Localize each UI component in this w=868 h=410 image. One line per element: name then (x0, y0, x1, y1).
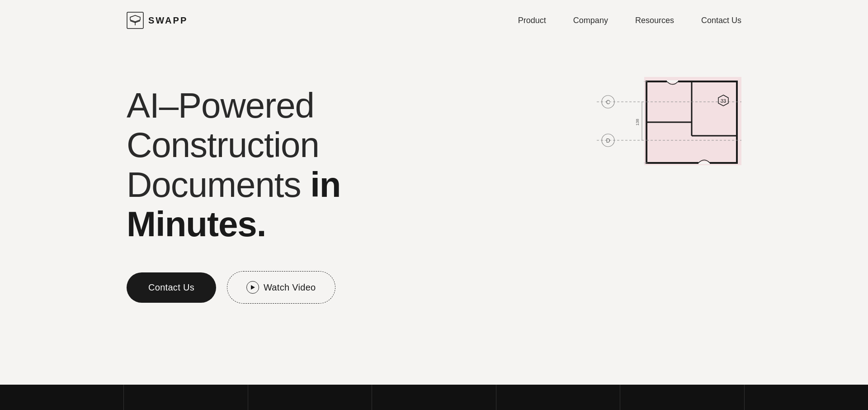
svg-rect-1 (644, 77, 741, 165)
bar-segment-5 (496, 385, 620, 410)
svg-text:C: C (606, 99, 610, 105)
bottom-bar (0, 385, 868, 410)
nav-item-product[interactable]: Product (518, 16, 546, 25)
hero-title: AI–Powered Construction Documents in Min… (127, 86, 479, 244)
svg-text:D: D (606, 138, 610, 144)
nav-item-resources[interactable]: Resources (635, 16, 674, 25)
hero-right: C D 138 33 (597, 77, 741, 174)
navbar: SWAPP Product Company Resources Contact … (0, 0, 868, 41)
watch-video-button[interactable]: Watch Video (227, 271, 335, 304)
bar-segment-7 (745, 385, 868, 410)
bar-segment-1 (0, 385, 124, 410)
logo-icon (127, 12, 144, 29)
hero-title-line1: AI–Powered Construction (127, 86, 319, 165)
play-triangle-icon (251, 285, 255, 290)
svg-rect-0 (127, 12, 143, 29)
svg-text:138: 138 (635, 119, 640, 125)
play-icon (246, 281, 259, 294)
bar-segment-4 (372, 385, 496, 410)
hero-buttons: Contact Us Watch Video (127, 271, 479, 304)
floor-plan-svg: C D 138 33 (597, 77, 741, 172)
hero-title-line2-regular: Documents (127, 165, 310, 205)
nav-item-contact[interactable]: Contact Us (701, 16, 741, 25)
hero-left: AI–Powered Construction Documents in Min… (127, 86, 479, 304)
watch-video-label: Watch Video (264, 282, 316, 293)
nav-links: Product Company Resources Contact Us (518, 16, 741, 25)
logo-text: SWAPP (148, 15, 188, 26)
svg-text:33: 33 (721, 98, 726, 104)
logo[interactable]: SWAPP (127, 12, 188, 29)
contact-us-button[interactable]: Contact Us (127, 272, 216, 303)
hero-section: AI–Powered Construction Documents in Min… (0, 41, 868, 304)
bar-segment-6 (620, 385, 744, 410)
nav-item-company[interactable]: Company (573, 16, 608, 25)
bar-segment-2 (124, 385, 248, 410)
bar-segment-3 (248, 385, 372, 410)
